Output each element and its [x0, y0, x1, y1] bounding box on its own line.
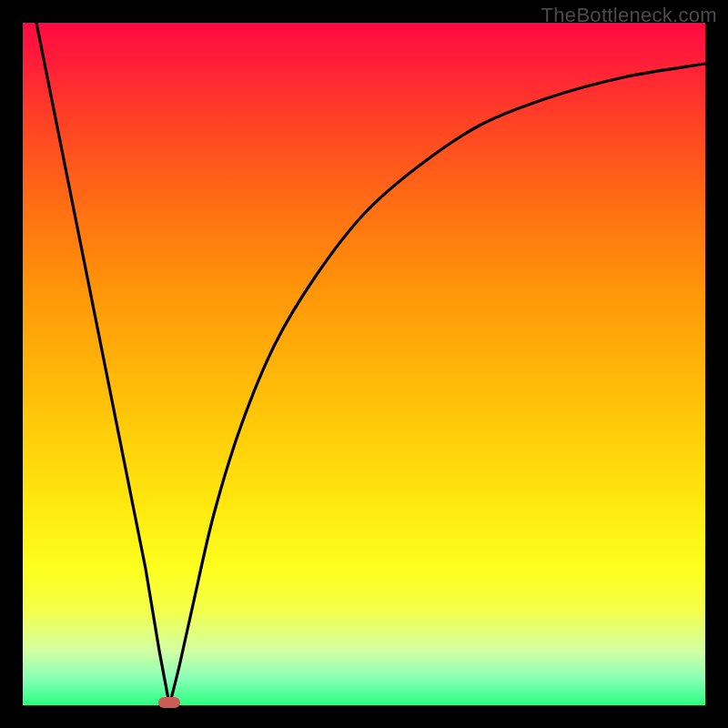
- chart-frame: [23, 23, 705, 705]
- bottleneck-curve: [23, 23, 705, 705]
- watermark-text: TheBottleneck.com: [541, 4, 717, 27]
- minimum-marker: [158, 697, 180, 708]
